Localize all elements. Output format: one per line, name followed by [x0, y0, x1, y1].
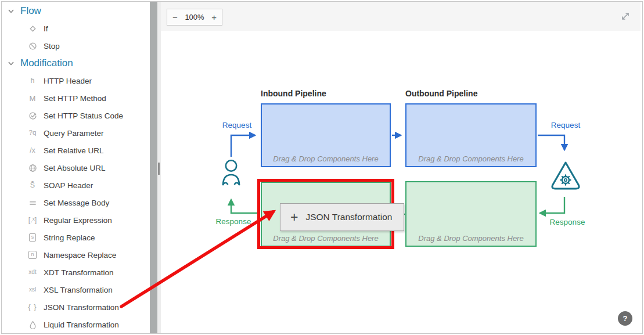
sidebar-item-xdt-transformation[interactable]: xdtXDT Transformation: [2, 264, 149, 281]
droplet-icon: [27, 320, 38, 329]
drag-ghost-label: JSON Transformation: [305, 212, 392, 222]
sidebar-item-label: Regular Expression: [44, 216, 112, 225]
soap-header-icon: S̄: [27, 182, 38, 189]
sidebar-item-soap-header[interactable]: S̄SOAP Header: [2, 176, 149, 194]
xsl-icon: xsl: [27, 287, 38, 293]
chevron-down-icon: [7, 7, 15, 15]
outbound-response-dropzone[interactable]: Drag & Drop Components Here: [405, 181, 537, 247]
regex-icon: [.ˣ]: [27, 217, 38, 224]
sidebar-item-label: Namespace Replace: [44, 251, 116, 260]
user-icon: [221, 159, 242, 186]
query-parameter-icon: ?q: [27, 129, 38, 136]
http-header-icon: h̄: [27, 77, 38, 85]
sidebar-item-stop[interactable]: Stop: [2, 37, 149, 55]
response-label-right: Response: [547, 218, 588, 226]
backend-gear-icon: [549, 160, 582, 192]
designer-canvas: − 100% + Inbound Pipeline Outbound Pipel…: [161, 2, 641, 333]
sidebar-item-label: Set HTTP Status Code: [44, 111, 123, 120]
xdt-icon: xdt: [27, 269, 38, 275]
palette-scrollbar[interactable]: [150, 2, 157, 333]
namespace-replace-icon: n: [27, 251, 38, 259]
dropzone-hint: Drag & Drop Components Here: [262, 234, 390, 243]
sidebar-item-namespace-replace[interactable]: nNamespace Replace: [2, 246, 149, 264]
relative-url-icon: /x: [27, 147, 38, 154]
inbound-request-dropzone[interactable]: Drag & Drop Components Here: [261, 103, 391, 167]
sidebar-item-if[interactable]: If: [2, 20, 149, 37]
section-header-modification[interactable]: Modification: [2, 55, 149, 72]
sidebar-item-liquid-transformation[interactable]: Liquid Transformation: [2, 316, 149, 333]
zoom-out-button[interactable]: −: [172, 13, 178, 21]
sidebar-item-label: SOAP Header: [44, 181, 93, 190]
sidebar-item-set-http-status-code[interactable]: Set HTTP Status Code: [2, 107, 149, 124]
sidebar-item-label: Set HTTP Method: [44, 94, 106, 103]
section-label: Flow: [20, 5, 41, 17]
stop-icon: [27, 42, 38, 51]
outbound-request-dropzone[interactable]: Drag & Drop Components Here: [405, 103, 537, 167]
sidebar-item-label: Set Message Body: [44, 199, 109, 207]
chevron-down-icon: [7, 59, 15, 67]
sidebar-item-label: Liquid Transformation: [44, 320, 119, 329]
globe-icon: [27, 164, 38, 172]
sidebar-item-string-replace[interactable]: sString Replace: [2, 229, 149, 246]
request-label-left: Request: [217, 121, 257, 129]
string-replace-icon: s: [27, 233, 38, 242]
status-code-icon: [27, 111, 38, 120]
zoom-control: − 100% +: [167, 9, 222, 26]
help-button[interactable]: ?: [618, 311, 632, 326]
dropzone-hint: Drag & Drop Components Here: [406, 234, 535, 243]
sidebar-item-label: HTTP Header: [44, 77, 92, 85]
dropzone-hint: Drag & Drop Components Here: [406, 154, 535, 163]
sidebar-item-set-message-body[interactable]: Set Message Body: [2, 194, 149, 211]
sidebar-item-set-absolute-url[interactable]: Set Absolute URL: [2, 159, 149, 176]
request-arrow-left: [231, 135, 255, 157]
message-body-icon: [27, 199, 38, 207]
drag-ghost-json-transformation[interactable]: + JSON Transformation: [280, 203, 404, 231]
sidebar-item-label: String Replace: [44, 233, 95, 242]
http-method-icon: M: [27, 95, 38, 102]
response-arrow-left: [231, 200, 260, 213]
sidebar-item-query-parameter[interactable]: ?qQuery Parameter: [2, 124, 149, 142]
sidebar-item-label: JSON Transformation: [44, 303, 119, 312]
request-label-right: Request: [545, 121, 586, 129]
sidebar-item-json-transformation[interactable]: { }JSON Transformation: [2, 298, 149, 316]
diamond-icon: [27, 24, 38, 33]
component-palette: FlowIfStopModificationh̄HTTP HeaderMSet …: [2, 2, 149, 333]
sidebar-item-set-relative-url[interactable]: /xSet Relative URL: [2, 142, 149, 159]
sidebar-item-label: If: [44, 24, 48, 33]
zoom-in-button[interactable]: +: [211, 13, 217, 21]
zoom-level: 100%: [185, 13, 204, 21]
response-arrow-right: [540, 197, 564, 213]
policy-designer-window: FlowIfStopModificationh̄HTTP HeaderMSet …: [0, 0, 644, 335]
outbound-pipeline-label: Outbound Pipeline: [405, 89, 477, 98]
plus-icon: +: [290, 211, 298, 224]
expand-icon[interactable]: [619, 10, 632, 23]
section-label: Modification: [20, 57, 73, 69]
response-label-left: Response: [213, 217, 254, 226]
sidebar-item-label: Set Relative URL: [44, 146, 104, 155]
sidebar-item-label: XDT Transformation: [44, 268, 114, 277]
sidebar-item-label: Stop: [44, 42, 60, 51]
sidebar-item-label: Set Absolute URL: [44, 164, 106, 172]
sidebar-item-set-http-method[interactable]: MSet HTTP Method: [2, 89, 149, 107]
sidebar-item-label: Query Parameter: [44, 129, 104, 138]
section-header-flow[interactable]: Flow: [2, 2, 149, 20]
canvas-toolbar: − 100% +: [161, 2, 641, 31]
dropzone-hint: Drag & Drop Components Here: [262, 154, 390, 163]
sidebar-item-label: XSL Transformation: [44, 286, 113, 294]
sidebar-item-regular-expression[interactable]: [.ˣ]Regular Expression: [2, 211, 149, 229]
request-arrow-right: [538, 135, 564, 150]
inbound-pipeline-label: Inbound Pipeline: [261, 89, 326, 98]
sidebar-item-http-header[interactable]: h̄HTTP Header: [2, 72, 149, 89]
panel-splitter-grip[interactable]: [158, 163, 160, 175]
json-icon: { }: [27, 304, 38, 311]
sidebar-item-xsl-transformation[interactable]: xslXSL Transformation: [2, 281, 149, 298]
